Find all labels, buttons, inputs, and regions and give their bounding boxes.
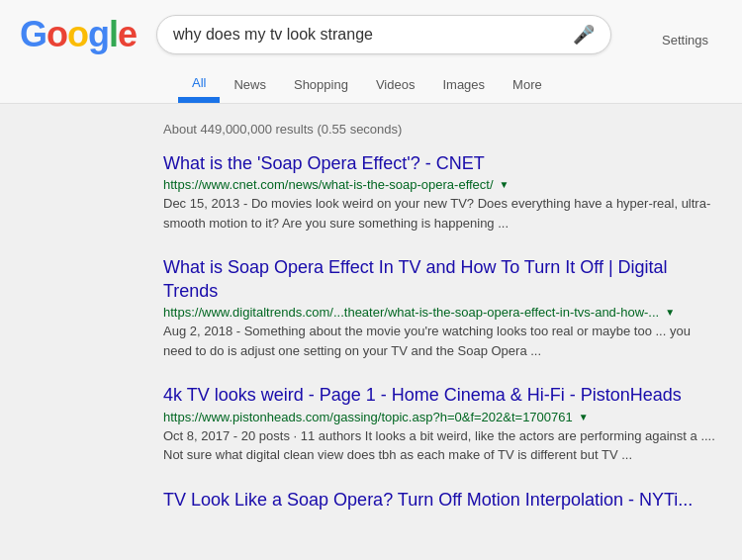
result-item: TV Look Like a Soap Opera? Turn Off Moti… bbox=[163, 489, 722, 512]
logo-letter-g: G bbox=[20, 14, 46, 55]
tab-shopping[interactable]: Shopping bbox=[280, 67, 362, 102]
header: Google 🎤 Settings All News Shopping Vide… bbox=[0, 0, 742, 104]
result-url-row: https://www.digitaltrends.com/...theater… bbox=[163, 305, 722, 320]
result-item: 4k TV looks weird - Page 1 - Home Cinema… bbox=[163, 384, 722, 464]
result-item: What is Soap Opera Effect In TV and How … bbox=[163, 256, 722, 360]
result-url: https://www.pistonheads.com/gassing/topi… bbox=[163, 410, 573, 424]
logo-letter-g2: g bbox=[88, 14, 109, 55]
logo-letter-o1: o bbox=[46, 14, 67, 55]
search-input[interactable] bbox=[173, 26, 565, 44]
result-item: What is the 'Soap Opera Effect'? - CNET … bbox=[163, 152, 722, 233]
result-url-arrow: ▼ bbox=[500, 179, 510, 190]
results-count: About 449,000,000 results (0.55 seconds) bbox=[163, 122, 722, 137]
search-box[interactable]: 🎤 bbox=[156, 15, 611, 54]
settings-tab[interactable]: Settings bbox=[648, 23, 722, 57]
result-url: https://www.cnet.com/news/what-is-the-so… bbox=[163, 177, 494, 192]
header-top-row: Google 🎤 Settings bbox=[20, 14, 722, 65]
result-url-row: https://www.pistonheads.com/gassing/topi… bbox=[163, 410, 722, 424]
result-url-row: https://www.cnet.com/news/what-is-the-so… bbox=[163, 177, 722, 192]
result-snippet: Dec 15, 2013 - Do movies look weird on y… bbox=[163, 194, 722, 233]
tab-news[interactable]: News bbox=[220, 67, 280, 102]
result-title[interactable]: TV Look Like a Soap Opera? Turn Off Moti… bbox=[163, 489, 722, 512]
results-area: About 449,000,000 results (0.55 seconds)… bbox=[0, 104, 742, 545]
google-logo[interactable]: Google bbox=[20, 14, 137, 55]
tab-all[interactable]: All bbox=[178, 65, 220, 103]
nav-tabs: All News Shopping Videos Images More bbox=[20, 65, 722, 103]
logo-letter-o2: o bbox=[67, 14, 88, 55]
logo-letter-e: e bbox=[118, 14, 137, 55]
result-title[interactable]: 4k TV looks weird - Page 1 - Home Cinema… bbox=[163, 384, 722, 407]
result-snippet: Aug 2, 2018 - Something about the movie … bbox=[163, 322, 722, 360]
result-url: https://www.digitaltrends.com/...theater… bbox=[163, 305, 659, 320]
result-title[interactable]: What is the 'Soap Opera Effect'? - CNET bbox=[163, 152, 722, 175]
logo-letter-l: l bbox=[109, 14, 118, 55]
microphone-icon[interactable]: 🎤 bbox=[573, 24, 595, 46]
header-top: Google 🎤 bbox=[20, 14, 611, 55]
tab-images[interactable]: Images bbox=[428, 67, 499, 102]
result-title[interactable]: What is Soap Opera Effect In TV and How … bbox=[163, 256, 722, 303]
result-snippet: Oct 8, 2017 - 20 posts · 11 authors It l… bbox=[163, 426, 722, 465]
tab-more[interactable]: More bbox=[499, 67, 556, 102]
tab-videos[interactable]: Videos bbox=[362, 67, 429, 102]
result-url-arrow: ▼ bbox=[579, 412, 589, 422]
result-url-arrow: ▼ bbox=[665, 307, 675, 318]
